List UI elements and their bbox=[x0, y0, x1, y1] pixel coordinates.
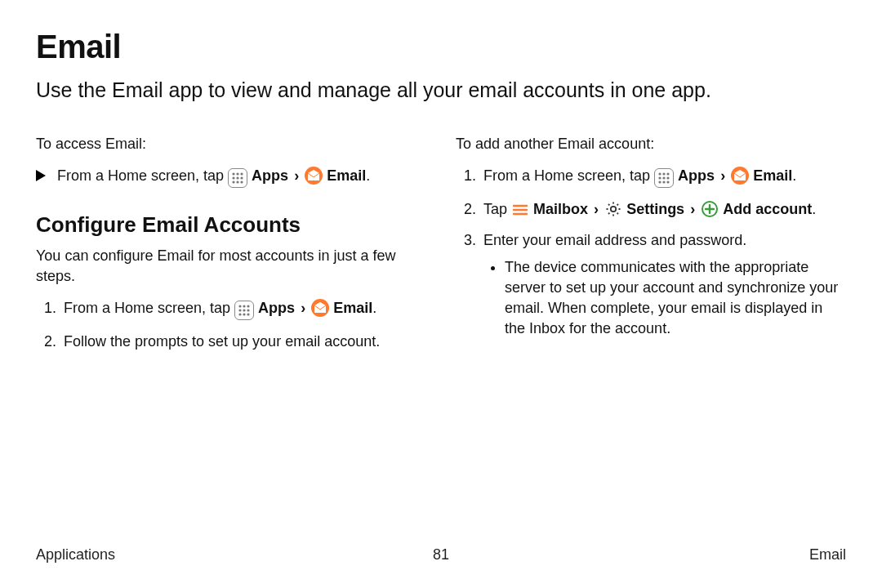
apps-label: Apps bbox=[258, 300, 295, 316]
svg-point-11 bbox=[243, 305, 245, 307]
svg-point-3 bbox=[232, 176, 234, 179]
separator: › bbox=[690, 201, 695, 217]
access-email-text: From a Home screen, tap Apps › bbox=[57, 166, 370, 188]
separator: › bbox=[301, 300, 305, 316]
svg-point-15 bbox=[247, 309, 249, 311]
svg-point-8 bbox=[240, 180, 243, 183]
apps-label: Apps bbox=[678, 167, 715, 184]
svg-point-14 bbox=[243, 309, 245, 311]
apps-icon bbox=[234, 301, 254, 320]
add-account-steps: From a Home screen, tap Apps › bbox=[456, 166, 846, 339]
separator: › bbox=[294, 167, 299, 184]
apps-label: Apps bbox=[252, 167, 288, 184]
text-fragment: . bbox=[792, 167, 796, 184]
svg-point-4 bbox=[236, 176, 238, 179]
page-footer: Applications 81 Email bbox=[36, 545, 846, 565]
add-account-step-3: Enter your email address and password. T… bbox=[480, 230, 846, 338]
svg-point-18 bbox=[247, 313, 249, 315]
right-column: To add another Email account: From a Hom… bbox=[456, 134, 846, 363]
svg-point-7 bbox=[236, 180, 238, 183]
content-columns: To access Email: From a Home screen, tap bbox=[36, 134, 846, 363]
separator: › bbox=[594, 201, 599, 217]
text-fragment: Enter your email address and password. bbox=[483, 232, 746, 248]
footer-page-number: 81 bbox=[36, 545, 846, 565]
play-icon bbox=[36, 170, 46, 181]
separator: › bbox=[720, 167, 725, 184]
email-icon bbox=[311, 299, 329, 317]
apps-icon bbox=[228, 168, 247, 188]
svg-point-22 bbox=[666, 172, 669, 175]
email-icon bbox=[305, 167, 323, 185]
svg-point-27 bbox=[662, 180, 665, 183]
text-fragment: . bbox=[366, 167, 370, 184]
svg-point-16 bbox=[238, 313, 241, 315]
text-fragment: From a Home screen, tap bbox=[64, 300, 230, 316]
text-fragment: From a Home screen, tap bbox=[483, 167, 650, 184]
svg-point-1 bbox=[236, 172, 238, 175]
left-column: To access Email: From a Home screen, tap bbox=[36, 134, 426, 363]
page-subtitle: Use the Email app to view and manage all… bbox=[36, 76, 846, 105]
configure-step-1: From a Home screen, tap Apps › bbox=[60, 298, 426, 320]
svg-point-28 bbox=[666, 180, 669, 183]
svg-point-24 bbox=[662, 176, 665, 179]
add-icon bbox=[701, 200, 719, 218]
svg-point-10 bbox=[238, 305, 241, 307]
page-title: Email bbox=[36, 24, 846, 69]
settings-icon bbox=[604, 200, 622, 218]
email-label: Email bbox=[753, 167, 792, 184]
svg-point-20 bbox=[658, 172, 661, 175]
svg-point-33 bbox=[611, 206, 616, 211]
add-account-step-1: From a Home screen, tap Apps › bbox=[480, 166, 846, 188]
email-label: Email bbox=[327, 167, 366, 184]
mailbox-icon bbox=[511, 201, 529, 219]
apps-icon bbox=[654, 168, 674, 188]
text-fragment: . bbox=[372, 300, 376, 316]
text-fragment: From a Home screen, tap bbox=[57, 167, 224, 184]
svg-point-17 bbox=[243, 313, 245, 315]
svg-point-23 bbox=[658, 176, 661, 179]
svg-point-21 bbox=[662, 172, 665, 175]
svg-point-13 bbox=[238, 309, 241, 311]
configure-steps: From a Home screen, tap Apps › bbox=[36, 298, 426, 352]
email-label: Email bbox=[333, 300, 372, 316]
svg-point-26 bbox=[658, 180, 661, 183]
svg-point-6 bbox=[232, 180, 234, 183]
text-fragment: Tap bbox=[483, 201, 507, 217]
svg-point-25 bbox=[666, 176, 669, 179]
email-icon bbox=[731, 167, 749, 185]
access-email-step: From a Home screen, tap Apps › bbox=[36, 166, 426, 188]
add-account-intro: To add another Email account: bbox=[456, 134, 846, 154]
text-fragment: . bbox=[812, 201, 816, 217]
svg-point-2 bbox=[240, 172, 243, 175]
configure-step-2: Follow the prompts to set up your email … bbox=[60, 332, 426, 352]
access-email-intro: To access Email: bbox=[36, 134, 426, 154]
add-account-sub-bullets: The device communicates with the appropr… bbox=[483, 257, 846, 338]
svg-point-12 bbox=[247, 305, 249, 307]
settings-label: Settings bbox=[626, 201, 684, 217]
svg-point-5 bbox=[240, 176, 243, 179]
mailbox-label: Mailbox bbox=[533, 201, 588, 217]
add-account-sub-bullet-1: The device communicates with the appropr… bbox=[505, 257, 846, 338]
add-account-label: Add account bbox=[723, 201, 812, 217]
svg-point-0 bbox=[232, 172, 234, 175]
add-account-step-2: Tap Mailbox › bbox=[480, 199, 846, 220]
configure-section-heading: Configure Email Accounts bbox=[36, 211, 426, 240]
configure-section-desc: You can configure Email for most account… bbox=[36, 246, 426, 287]
